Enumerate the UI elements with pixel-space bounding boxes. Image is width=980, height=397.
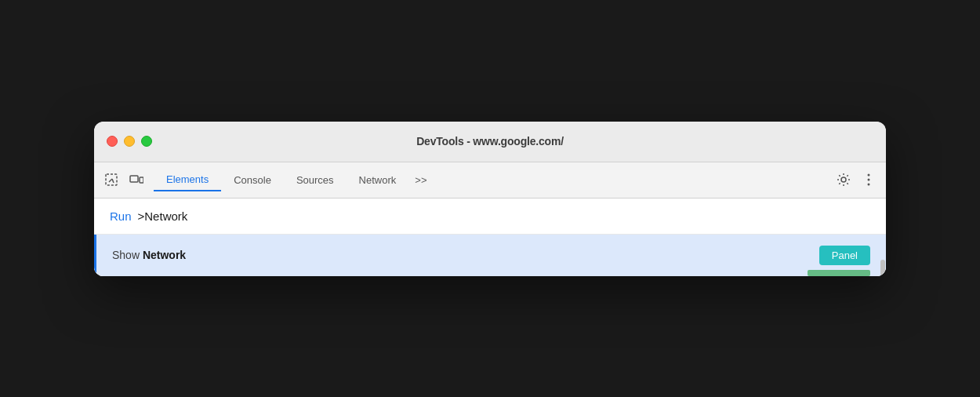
svg-point-5 xyxy=(868,179,870,181)
title-bar: DevTools - www.google.com/ xyxy=(94,122,886,162)
traffic-lights xyxy=(107,136,152,147)
window-title: DevTools - www.google.com/ xyxy=(416,135,564,148)
result-text: Show Network xyxy=(112,249,186,261)
command-input-row: Run xyxy=(94,198,886,235)
more-options-icon[interactable] xyxy=(858,169,880,191)
result-area: Show Network Panel xyxy=(94,235,886,276)
settings-icon[interactable] xyxy=(833,169,855,191)
tab-network[interactable]: Network xyxy=(347,169,409,191)
tab-sources[interactable]: Sources xyxy=(284,169,347,191)
svg-point-4 xyxy=(868,174,870,177)
devtools-window: DevTools - www.google.com/ xyxy=(94,122,886,276)
tab-more[interactable]: >> xyxy=(408,169,433,191)
inspector-icon[interactable] xyxy=(100,169,122,191)
command-palette: Run Show Network Panel xyxy=(94,198,886,276)
run-label: Run xyxy=(110,209,132,223)
tab-elements[interactable]: Elements xyxy=(154,169,221,191)
result-highlight: Network xyxy=(143,249,186,261)
toolbar-right xyxy=(833,169,880,191)
minimize-button[interactable] xyxy=(124,136,135,147)
panel-badge[interactable]: Panel xyxy=(819,246,870,265)
result-row[interactable]: Show Network Panel xyxy=(94,235,886,276)
close-button[interactable] xyxy=(107,136,118,147)
svg-point-3 xyxy=(841,177,846,182)
svg-point-6 xyxy=(868,184,870,186)
device-toggle-icon[interactable] xyxy=(125,169,147,191)
green-indicator xyxy=(808,270,870,276)
svg-rect-2 xyxy=(140,177,143,183)
toolbar: Elements Console Sources Network >> xyxy=(94,162,886,198)
command-input[interactable] xyxy=(138,209,870,223)
svg-rect-1 xyxy=(130,176,138,182)
maximize-button[interactable] xyxy=(141,136,152,147)
tab-console[interactable]: Console xyxy=(221,169,284,191)
scrollbar-thumb xyxy=(880,260,885,276)
toolbar-tabs: Elements Console Sources Network >> xyxy=(154,169,433,191)
devtools-body: Elements Console Sources Network >> xyxy=(94,162,886,276)
